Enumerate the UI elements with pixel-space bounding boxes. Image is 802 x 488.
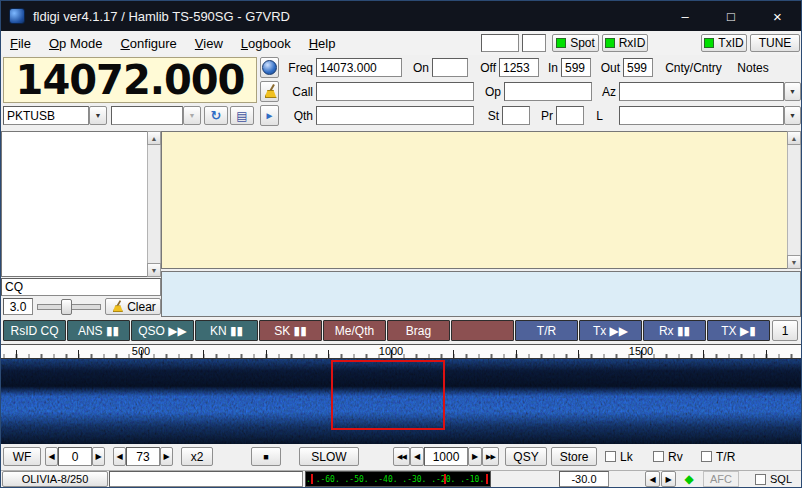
macro-button-6[interactable]: Me/Qth [323, 320, 386, 341]
ref-level-up-icon[interactable]: ▶ [92, 447, 105, 466]
scroll-down-icon[interactable]: ▼ [787, 255, 801, 269]
squelch-level-value[interactable]: -30.0 [559, 471, 609, 487]
sql-label: SQL [770, 473, 792, 485]
waterfall-cursor[interactable] [331, 360, 445, 430]
carrier-right-icon[interactable]: ▶ [468, 447, 482, 466]
globe-clock-icon [262, 60, 277, 75]
macro-button-3[interactable]: QSO ▶▶ [131, 320, 194, 341]
call-field[interactable] [316, 82, 474, 101]
notes-dropdown-button[interactable]: ▼ [784, 106, 801, 125]
frequency-display[interactable]: 14072.000 [3, 57, 257, 103]
amp-span-up-icon[interactable]: ▶ [160, 447, 173, 466]
menu-item-configure[interactable]: Configure [111, 32, 185, 55]
tune-button[interactable]: TUNE [750, 34, 800, 52]
browser-squelch-value[interactable]: 3.0 [3, 298, 33, 315]
mode-combo[interactable]: PKTUSB [3, 106, 89, 125]
browser-seek-input[interactable]: CQ [1, 278, 161, 296]
scroll-up-icon[interactable]: ▲ [147, 131, 161, 145]
store-button[interactable]: Store [551, 447, 597, 466]
signal-browser-list[interactable] [1, 131, 148, 277]
reverse-checkbox[interactable]: Rv [653, 447, 693, 466]
ref-level-down-icon[interactable]: ◀ [45, 447, 58, 466]
title-bar[interactable]: fldigi ver4.1.17 / Hamlib TS-590SG - G7V… [1, 1, 801, 31]
qth-field[interactable] [316, 106, 474, 125]
macro-button-7[interactable]: Brag [387, 320, 450, 341]
macro-set-button[interactable]: 1 [772, 320, 798, 341]
carrier-frequency-value[interactable]: 1000 [424, 447, 468, 466]
qsy-button[interactable]: QSY [505, 447, 547, 466]
menu-blank-field-1 [481, 34, 519, 52]
menu-item-logbook[interactable]: Logbook [232, 32, 300, 55]
rst-in-field[interactable]: 599 [561, 58, 591, 77]
waterfall-display[interactable] [1, 359, 801, 444]
time-on-field[interactable] [432, 58, 468, 77]
tx-text-pane[interactable] [161, 271, 801, 317]
scroll-down-icon[interactable]: ▼ [147, 263, 161, 277]
country-combo[interactable] [619, 82, 784, 101]
pr-field[interactable] [556, 106, 584, 125]
wf-speed-button[interactable]: SLOW [299, 447, 359, 466]
txid-button[interactable]: TxID [701, 34, 747, 52]
macro-button-11[interactable]: Rx ▮▮ [643, 320, 706, 341]
macro-button-10[interactable]: Tx ▶▶ [579, 320, 642, 341]
macro-button-9[interactable]: T/R [515, 320, 578, 341]
status-mode-button[interactable]: OLIVIA-8/250 [2, 471, 108, 487]
rx-text-pane[interactable] [161, 131, 788, 269]
macro-button-5[interactable]: SK ▮▮ [259, 320, 322, 341]
macro-button-8[interactable] [451, 320, 514, 341]
amp-span-down-icon[interactable]: ◀ [113, 447, 126, 466]
menu-item-help[interactable]: Help [300, 32, 345, 55]
timeops-button[interactable] [260, 57, 279, 78]
afc-button[interactable]: AFC [703, 471, 739, 487]
rst-out-field[interactable]: 599 [623, 58, 653, 77]
maximize-button[interactable]: □ [708, 1, 754, 31]
st-field[interactable] [502, 106, 530, 125]
carrier-left-icon[interactable]: ◀ [410, 447, 424, 466]
squelch-up-icon[interactable]: ▶ [661, 471, 676, 487]
menu-item-view[interactable]: View [186, 32, 232, 55]
sql-button[interactable]: SQL [755, 471, 799, 487]
insert-button[interactable]: ► [260, 105, 279, 126]
logbook-button[interactable]: ▤ [230, 106, 254, 125]
close-button[interactable]: × [754, 1, 801, 31]
carrier-double-right-icon[interactable]: ▶▶ [482, 447, 499, 466]
notes-combo[interactable] [619, 106, 784, 125]
scroll-up-icon[interactable]: ▲ [787, 131, 801, 145]
minimize-button[interactable]: – [662, 1, 708, 31]
menu-item-opmode[interactable]: Op Mode [40, 32, 112, 55]
green-led-icon [605, 38, 615, 48]
lock-checkbox[interactable]: Lk [605, 447, 649, 466]
macro-button-1[interactable]: RsID CQ [3, 320, 66, 341]
refresh-rig-button[interactable]: ↻ [204, 106, 228, 125]
notebook-icon: ▤ [236, 109, 247, 123]
ref-level-value[interactable]: 0 [58, 447, 92, 466]
mode-dropdown-button[interactable]: ▼ [89, 106, 107, 125]
country-dropdown-button[interactable]: ▼ [784, 82, 801, 101]
txrx-checkbox[interactable]: T/R [701, 447, 747, 466]
spot-button[interactable]: Spot [552, 34, 599, 52]
rst-in-label: In [541, 58, 558, 77]
freq-field[interactable]: 14073.000 [316, 58, 402, 77]
browser-scrollbar[interactable] [147, 131, 161, 277]
slider-handle[interactable] [61, 299, 72, 315]
macro-button-12[interactable]: TX ▶▮ [707, 320, 770, 341]
wf-mode-button[interactable]: WF [3, 447, 41, 466]
secondary-mode-combo[interactable] [111, 106, 183, 125]
macro-button-4[interactable]: KN ▮▮ [195, 320, 258, 341]
clear-log-fields-button[interactable] [260, 81, 279, 102]
op-field[interactable] [504, 82, 592, 101]
menu-item-file[interactable]: File [1, 32, 40, 55]
rx-scrollbar[interactable] [787, 131, 801, 269]
secondary-mode-dropdown-button[interactable]: ▼ [183, 106, 201, 125]
notes-label: Notes [733, 58, 773, 77]
browser-clear-button[interactable]: Clear [105, 298, 161, 315]
squelch-slider[interactable] [37, 299, 101, 313]
wf-stop-button[interactable]: ■ [251, 447, 281, 466]
rxid-button[interactable]: RxID [602, 34, 648, 52]
wf-zoom-button[interactable]: x2 [181, 447, 213, 466]
macro-button-2[interactable]: ANS ▮▮ [67, 320, 130, 341]
squelch-down-icon[interactable]: ◀ [645, 471, 660, 487]
amp-span-value[interactable]: 73 [126, 447, 160, 466]
time-off-field[interactable]: 1253 [499, 58, 539, 77]
carrier-double-left-icon[interactable]: ◀◀ [393, 447, 410, 466]
